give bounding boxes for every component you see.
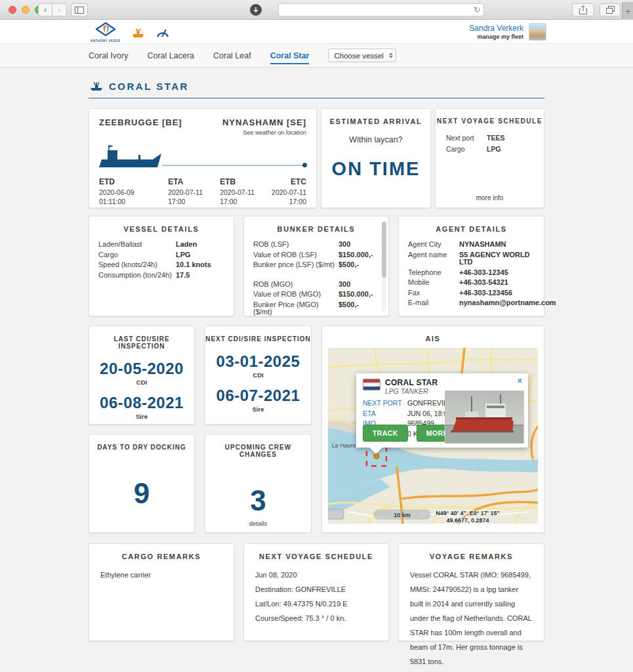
- share-icon: [579, 5, 587, 14]
- origin-port: ZEEBRUGGE [BE]: [99, 117, 182, 127]
- ais-map[interactable]: Le Havre 10 km N49° 40' 4", E0° 17' 15" …: [328, 348, 538, 524]
- vessel-photo: [445, 390, 524, 444]
- vessel-popup: CORAL STAR LPG TANKER ✕ NEXT PORTGONFREV…: [356, 373, 528, 448]
- route-card: ZEEBRUGGE [BE] NYNASHAMN [SE] See weathe…: [89, 108, 317, 208]
- eta-block: ETA 2020-07-11 17:00: [168, 177, 203, 206]
- etb-block: ETB 2020-07-11 17:00: [220, 177, 255, 206]
- vessel-details-card: VESSEL DETAILS Laden/BallastLaden CargoL…: [89, 216, 234, 316]
- route-progress-line: [162, 165, 306, 166]
- schedule-line: Course/Speed: 75.3 ° / 0 kn.: [255, 611, 377, 625]
- next-voyage-schedule-card: NEXT VOYAGE SCHEDULE Jun 08, 2020 Destin…: [243, 543, 389, 641]
- ais-card: AIS: [321, 326, 544, 533]
- schedule-line: Destination: GONFREVILLE: [255, 582, 377, 597]
- detail-row: Telephone+46-303-12345: [408, 269, 535, 277]
- vessel-photo-image: [445, 391, 523, 443]
- details-link[interactable]: details: [205, 520, 311, 527]
- anthony-veder-logo[interactable]: Anthony Veder: [91, 22, 120, 43]
- popup-row: ETAJUN 06, 18:00: [363, 410, 458, 417]
- scrollbar-thumb[interactable]: [382, 222, 386, 278]
- card-title: NEXT CDI/SIRE INSPECTION: [205, 326, 311, 343]
- sire-date: 06-07-2021: [205, 387, 311, 405]
- card-title: ESTIMATED ARRIVAL: [321, 109, 430, 125]
- tab-coral-lacera[interactable]: Coral Lacera: [147, 44, 194, 68]
- address-bar[interactable]: ↻: [278, 3, 484, 16]
- sidebar-toggle-button[interactable]: [71, 3, 88, 16]
- card-title: VESSEL DETAILS: [89, 217, 234, 233]
- site-header: Anthony Veder Sandra Verkerk manage my f…: [0, 20, 633, 44]
- arrival-status: ON TIME: [321, 158, 430, 180]
- user-subtitle[interactable]: manage my fleet: [469, 33, 523, 40]
- last-inspection-card: LAST CDI/SIRE INSPECTION 20-05-2020 CDI …: [89, 326, 195, 425]
- dashboard: CORAL STAR ZEEBRUGGE [BE] NYNASHAMN [SE]…: [0, 68, 633, 641]
- coords-decimal: 49.6677, 0.2874: [446, 517, 489, 524]
- more-info-link[interactable]: more info: [436, 194, 544, 201]
- track-button[interactable]: TRACK: [363, 425, 408, 442]
- detail-row: Value of ROB (LSF)$150.000,-: [253, 251, 379, 259]
- crew-changes-count: 3: [205, 484, 311, 517]
- crew-changes-card: UPCOMING CREW CHANGES 3 details: [205, 434, 312, 533]
- cdi-date: 20-05-2020: [89, 360, 194, 378]
- etd-block: ETD 2020-06-09 01:11:00: [99, 177, 134, 206]
- vessel-select[interactable]: Choose vessel: [328, 49, 396, 62]
- detail-row: Agent nameS5 AGENCY WORLD LTD: [408, 251, 535, 266]
- vessel-tabs-bar: Coral Ivory Coral Lacera Coral Leaf Cora…: [0, 44, 633, 68]
- user-name-link[interactable]: Sandra Verkerk: [469, 24, 523, 33]
- user-avatar[interactable]: [529, 23, 546, 41]
- vessel-icon[interactable]: [132, 28, 144, 38]
- user-area: Sandra Verkerk manage my fleet: [469, 23, 546, 41]
- cdi-label: CDI: [205, 371, 311, 379]
- card-scrollbar: [382, 221, 386, 311]
- cargo-row: Cargo LPG: [446, 145, 533, 153]
- sidebar-icon: [75, 7, 84, 14]
- gauge-icon[interactable]: [156, 28, 169, 38]
- card-title: AIS: [322, 326, 544, 343]
- voyage-remarks-text: Vessel CORAL STAR (IMO: 9685499, MMSI: 2…: [399, 568, 544, 669]
- cargo-remarks-text: Ethylene carrier: [89, 568, 234, 582]
- new-tab-button[interactable]: +: [622, 2, 633, 20]
- agent-details-card: AGENT DETAILS Agent CityNYNASHAMN Agent …: [398, 216, 544, 316]
- weather-link[interactable]: See weather on location: [222, 129, 306, 136]
- sire-label: Sire: [205, 406, 311, 413]
- detail-row: ROB (MGO)300: [253, 281, 379, 289]
- detail-row: Laden/BallastLaden: [98, 241, 224, 249]
- title-divider: [89, 98, 544, 98]
- next-port-row: Next port TEES: [446, 134, 533, 142]
- dry-docking-days: 9: [89, 477, 194, 510]
- detail-row: Agent CityNYNASHAMN: [408, 241, 535, 249]
- tab-coral-ivory[interactable]: Coral Ivory: [89, 44, 128, 68]
- popup-vessel-name: CORAL STAR: [385, 379, 438, 387]
- forward-button[interactable]: ›: [52, 3, 67, 16]
- vessel-position-marker[interactable]: [374, 453, 379, 459]
- detail-row: Value of ROB (MGO)$150.000,-: [253, 291, 379, 299]
- popup-close-icon[interactable]: ✕: [517, 377, 523, 385]
- cdi-label: CDI: [89, 379, 194, 386]
- tab-coral-star[interactable]: Coral Star: [270, 44, 310, 68]
- cdi-date: 03-01-2025: [205, 352, 311, 371]
- tab-coral-leaf[interactable]: Coral Leaf: [213, 44, 251, 68]
- coords-dms: N49° 40' 4", E0° 17' 15": [436, 510, 500, 516]
- voyage-remarks-card: VOYAGE REMARKS Vessel CORAL STAR (IMO: 9…: [398, 543, 544, 641]
- reload-icon[interactable]: ↻: [474, 5, 480, 14]
- detail-row: Speed (knots/24h)10.1 knots: [98, 261, 224, 269]
- tab-overview-button[interactable]: [600, 3, 621, 16]
- detail-row: Fax+46-303-123456: [408, 289, 535, 297]
- download-arrow-icon: [253, 7, 258, 13]
- laycan-question: Within laycan?: [321, 135, 430, 144]
- sire-date: 06-08-2021: [89, 394, 194, 412]
- estimated-arrival-card: ESTIMATED ARRIVAL Within laycan? ON TIME: [321, 108, 431, 208]
- extension-icon[interactable]: [250, 4, 262, 16]
- vessel-select-value: Choose vessel: [334, 52, 383, 60]
- map-zoom-control[interactable]: [328, 509, 344, 519]
- back-button[interactable]: ‹: [38, 3, 52, 16]
- tabs-icon: [606, 6, 615, 14]
- minimize-window-button[interactable]: [22, 6, 30, 14]
- popup-row: NEXT PORTGONFREVILLE: [363, 399, 458, 407]
- close-window-button[interactable]: [9, 6, 16, 14]
- card-title: BUNKER DETAILS: [244, 217, 388, 233]
- schedule-line: Lat/Lon: 49.47375 N/0.219 E: [255, 597, 377, 611]
- map-scale-label: 10 km: [394, 512, 411, 518]
- share-button[interactable]: [572, 3, 594, 16]
- ship-icon: [90, 81, 103, 91]
- card-title: LAST CDI/SIRE INSPECTION: [89, 326, 194, 350]
- detail-row: ROB (LSF)300: [253, 241, 379, 249]
